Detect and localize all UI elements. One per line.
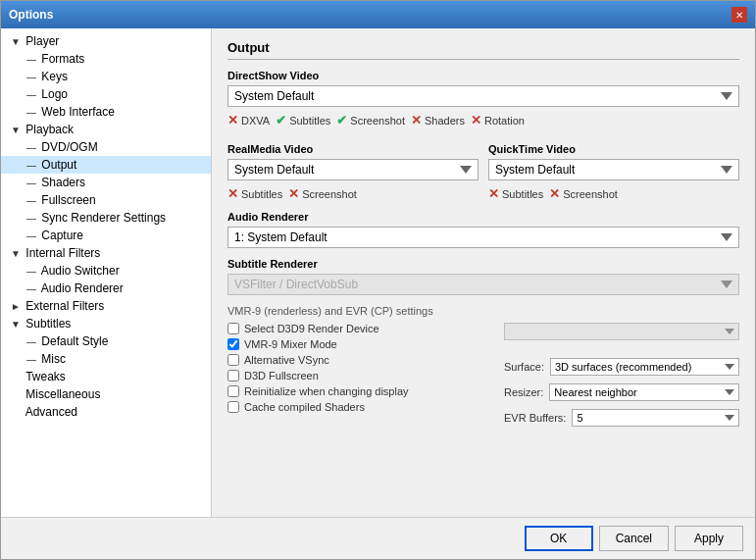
x-icon: ✕: [288, 186, 299, 201]
qt-subtitles-text: Subtitles: [502, 188, 543, 200]
cancel-button[interactable]: Cancel: [599, 526, 669, 551]
vmr-right-settings: Surface: 3D surfaces (recommended) Resiz…: [504, 323, 739, 431]
sidebar-item-fullscreen[interactable]: — Fullscreen: [1, 191, 211, 209]
qt-screenshot-feature: ✕ Screenshot: [549, 186, 618, 201]
rm-subtitles-feature: ✕ Subtitles: [227, 186, 282, 201]
sidebar-item-audio-switcher[interactable]: — Audio Switcher: [1, 262, 211, 280]
close-button[interactable]: ✕: [731, 7, 747, 23]
mixer-checkbox-label[interactable]: VMR-9 Mixer Mode: [227, 338, 494, 350]
sidebar-item-player[interactable]: ▼ Player: [1, 32, 211, 50]
dash-icon: —: [25, 54, 38, 65]
sidebar-item-sync-renderer[interactable]: — Sync Renderer Settings: [1, 209, 211, 227]
vsync-checkbox[interactable]: [227, 354, 239, 366]
expand-icon: ▼: [9, 248, 23, 259]
sidebar-item-dvdogm[interactable]: — DVD/OGM: [1, 138, 211, 156]
dash-icon: —: [25, 72, 38, 82]
d3d-fullscreen-checkbox[interactable]: [227, 370, 239, 382]
sidebar-item-web-interface[interactable]: — Web Interface: [1, 103, 211, 121]
expand-icon: ►: [9, 301, 23, 312]
dash-icon: —: [25, 354, 38, 365]
realmedia-features: ✕ Subtitles ✕ Screenshot: [227, 186, 479, 201]
dxva-feature: ✕ DXVA: [227, 113, 270, 127]
resizer-row: Resizer: Nearest neighbor: [504, 383, 739, 401]
dash-icon: [9, 407, 23, 418]
sidebar-item-audio-renderer[interactable]: — Audio Renderer: [1, 280, 211, 297]
dash-icon: —: [25, 336, 38, 347]
options-dialog: Options ✕ ▼ Player — Formats — Keys — Lo…: [0, 0, 756, 560]
sidebar-item-label: Audio Switcher: [41, 264, 120, 278]
surface-row: Surface: 3D surfaces (recommended): [504, 358, 739, 376]
sidebar-item-default-style[interactable]: — Default Style: [1, 332, 211, 350]
sidebar-item-external-filters[interactable]: ► External Filters: [1, 297, 211, 315]
directshow-label: DirectShow Video: [227, 70, 739, 81]
sidebar-item-subtitles[interactable]: ▼ Subtitles: [1, 315, 211, 332]
sidebar-item-formats[interactable]: — Formats: [1, 50, 211, 68]
mixer-checkbox[interactable]: [227, 338, 239, 350]
d3d9-checkbox-label[interactable]: Select D3D9 Render Device: [227, 323, 494, 334]
sidebar: ▼ Player — Formats — Keys — Logo — Web I…: [1, 28, 212, 517]
resizer-label: Resizer:: [504, 386, 543, 398]
dash-icon: —: [25, 195, 38, 206]
dash-icon: —: [25, 178, 38, 188]
qt-screenshot-text: Screenshot: [563, 188, 618, 200]
d3d9-checkbox[interactable]: [227, 323, 239, 334]
evr-row: EVR Buffers: 5: [504, 409, 739, 427]
resizer-dropdown[interactable]: Nearest neighbor: [549, 383, 739, 401]
audio-dropdown[interactable]: 1: System Default: [227, 227, 739, 248]
dxva-text: DXVA: [241, 115, 270, 127]
sidebar-item-logo[interactable]: — Logo: [1, 85, 211, 103]
vmr-section: VMR-9 (renderless) and EVR (CP) settings…: [227, 305, 739, 431]
main-content: Output DirectShow Video System Default ✕…: [212, 28, 755, 517]
sidebar-item-label: Miscellaneous: [25, 387, 100, 401]
cache-checkbox-label[interactable]: Cache compiled Shaders: [227, 401, 494, 413]
screenshot-feature: ✔ Screenshot: [336, 113, 405, 127]
sidebar-item-advanced[interactable]: Advanced: [1, 403, 211, 421]
ok-button[interactable]: OK: [525, 526, 593, 551]
section-title: Output: [227, 40, 739, 60]
dash-icon: [9, 372, 23, 382]
realmedia-dropdown[interactable]: System Default: [227, 159, 479, 180]
sidebar-item-label: Tweaks: [25, 370, 66, 383]
sidebar-item-label: Advanced: [25, 405, 77, 419]
sidebar-item-output[interactable]: — Output: [1, 156, 211, 174]
window-title: Options: [9, 8, 53, 22]
reinit-checkbox[interactable]: [227, 385, 239, 397]
quicktime-label: QuickTime Video: [488, 143, 739, 155]
x-icon: ✕: [411, 113, 422, 127]
dash-icon: —: [25, 89, 38, 100]
cache-checkbox[interactable]: [227, 401, 239, 413]
evr-dropdown[interactable]: 5: [572, 409, 739, 427]
d3d-fullscreen-label: D3D Fullscreen: [244, 370, 319, 382]
sidebar-item-label: Capture: [41, 229, 83, 242]
dash-icon: —: [25, 160, 38, 171]
mixer-label: VMR-9 Mixer Mode: [244, 338, 337, 350]
realmedia-section: RealMedia Video System Default ✕ Subtitl…: [227, 135, 479, 201]
directshow-features: ✕ DXVA ✔ Subtitles ✔ Screenshot ✕ Shader…: [227, 113, 739, 127]
apply-button[interactable]: Apply: [675, 526, 743, 551]
reinit-checkbox-label[interactable]: Reinitialize when changing display: [227, 385, 494, 397]
sidebar-item-shaders[interactable]: — Shaders: [1, 174, 211, 191]
sidebar-item-miscellaneous[interactable]: Miscellaneous: [1, 385, 211, 403]
dash-icon: —: [25, 230, 38, 241]
vsync-checkbox-label[interactable]: Alternative VSync: [227, 354, 494, 366]
sidebar-item-tweaks[interactable]: Tweaks: [1, 368, 211, 385]
quicktime-section: QuickTime Video System Default ✕ Subtitl…: [488, 135, 739, 201]
footer: OK Cancel Apply: [1, 517, 755, 559]
expand-icon: ▼: [9, 319, 23, 330]
directshow-dropdown[interactable]: System Default: [227, 85, 739, 107]
sidebar-item-playback[interactable]: ▼ Playback: [1, 121, 211, 138]
sidebar-item-capture[interactable]: — Capture: [1, 227, 211, 244]
d3d-fullscreen-checkbox-label[interactable]: D3D Fullscreen: [227, 370, 494, 382]
dialog-body: ▼ Player — Formats — Keys — Logo — Web I…: [1, 28, 755, 517]
d3d9-label: Select D3D9 Render Device: [244, 323, 379, 334]
sidebar-item-keys[interactable]: — Keys: [1, 68, 211, 85]
check-icon: ✔: [276, 113, 286, 127]
quicktime-dropdown[interactable]: System Default: [488, 159, 739, 180]
dash-icon: —: [25, 283, 38, 294]
sidebar-item-internal-filters[interactable]: ▼ Internal Filters: [1, 244, 211, 262]
sidebar-item-misc[interactable]: — Misc: [1, 350, 211, 368]
subtitle-dropdown: VSFilter / DirectVobSub: [227, 274, 739, 295]
d3d9-device-dropdown: [504, 323, 739, 340]
surface-dropdown[interactable]: 3D surfaces (recommended): [550, 358, 739, 376]
rm-screenshot-feature: ✕ Screenshot: [288, 186, 357, 201]
